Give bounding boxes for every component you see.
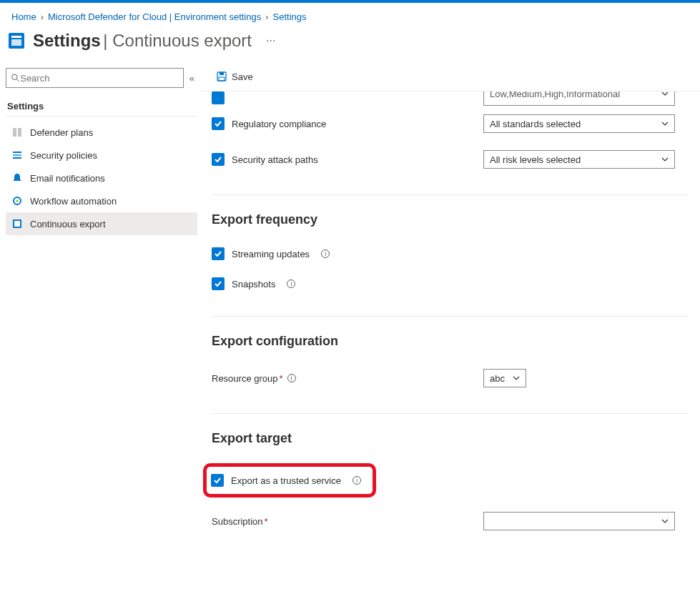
sidebar: « Settings Defender plans Security polic… bbox=[0, 62, 200, 556]
checkbox-attack-paths[interactable] bbox=[212, 153, 225, 166]
search-input[interactable] bbox=[20, 73, 179, 84]
svg-point-3 bbox=[12, 74, 17, 79]
trusted-service-label: Export as a trusted service bbox=[231, 475, 341, 486]
info-icon[interactable]: i bbox=[287, 279, 295, 288]
svg-rect-2 bbox=[11, 39, 21, 46]
more-actions-button[interactable]: ··· bbox=[266, 34, 275, 47]
gear-icon bbox=[11, 195, 23, 207]
chevron-down-icon bbox=[661, 122, 669, 126]
search-icon bbox=[11, 73, 20, 83]
regulatory-label: Regulatory compliance bbox=[232, 119, 326, 129]
divider bbox=[212, 194, 689, 195]
divider bbox=[212, 316, 689, 317]
breadcrumb-home[interactable]: Home bbox=[11, 11, 36, 22]
sidebar-item-label: Defender plans bbox=[30, 127, 93, 138]
resource-group-label: Resource group bbox=[212, 373, 278, 384]
svg-rect-1 bbox=[11, 36, 21, 38]
info-icon[interactable]: i bbox=[287, 374, 296, 382]
settings-blade-icon bbox=[7, 31, 26, 50]
chevron-down-icon bbox=[661, 519, 669, 523]
svg-line-4 bbox=[16, 79, 19, 81]
page-subtitle: | Continuous export bbox=[103, 31, 252, 50]
sidebar-item-workflow-automation[interactable]: Workflow automation bbox=[6, 189, 197, 212]
subscription-dropdown[interactable] bbox=[483, 512, 675, 530]
attack-paths-label: Security attack paths bbox=[232, 154, 318, 165]
save-label: Save bbox=[232, 71, 253, 82]
info-icon[interactable]: i bbox=[321, 249, 330, 258]
sidebar-section-label: Settings bbox=[6, 101, 197, 112]
svg-rect-16 bbox=[219, 77, 225, 81]
severity-dropdown[interactable]: Low,Medium,High,Informational bbox=[483, 91, 675, 106]
svg-rect-5 bbox=[13, 128, 16, 137]
sidebar-search[interactable] bbox=[6, 68, 184, 88]
resource-group-dropdown[interactable]: abc bbox=[483, 369, 526, 387]
svg-rect-13 bbox=[14, 221, 20, 227]
save-icon bbox=[216, 71, 227, 82]
chevron-down-icon bbox=[661, 91, 669, 96]
export-frequency-title: Export frequency bbox=[212, 212, 689, 227]
checkbox-trusted-service[interactable] bbox=[211, 474, 224, 487]
breadcrumb-settings[interactable]: Settings bbox=[273, 11, 307, 22]
chevron-right-icon: › bbox=[41, 11, 44, 22]
chevron-right-icon: › bbox=[265, 11, 268, 22]
svg-rect-6 bbox=[18, 128, 21, 137]
checkbox-streaming[interactable] bbox=[212, 247, 225, 260]
bell-icon bbox=[11, 172, 23, 184]
info-icon[interactable]: i bbox=[353, 476, 361, 485]
snapshots-label: Snapshots bbox=[232, 279, 275, 289]
breadcrumb-defender[interactable]: Microsoft Defender for Cloud | Environme… bbox=[48, 11, 261, 22]
sidebar-item-label: Security policies bbox=[30, 150, 97, 161]
export-config-title: Export configuration bbox=[212, 334, 689, 349]
subscription-label: Subscription bbox=[212, 516, 263, 527]
divider bbox=[212, 413, 689, 414]
sidebar-item-email-notifications[interactable]: Email notifications bbox=[6, 167, 197, 189]
checkbox-snapshots[interactable] bbox=[212, 277, 225, 290]
svg-rect-15 bbox=[220, 72, 224, 75]
divider bbox=[6, 116, 197, 117]
shield-icon bbox=[11, 127, 23, 138]
highlight-annotation: Export as a trusted service i bbox=[203, 463, 376, 498]
toolbar: Save bbox=[200, 62, 700, 91]
page-title: Settings bbox=[33, 31, 101, 50]
list-icon bbox=[11, 149, 23, 161]
checkbox-regulatory[interactable] bbox=[212, 117, 225, 130]
required-indicator: * bbox=[265, 516, 268, 527]
risk-levels-dropdown[interactable]: All risk levels selected bbox=[483, 150, 675, 169]
sidebar-item-security-policies[interactable]: Security policies bbox=[6, 144, 197, 167]
export-target-title: Export target bbox=[212, 431, 689, 446]
required-indicator: * bbox=[280, 373, 283, 384]
sidebar-item-label: Workflow automation bbox=[30, 196, 117, 207]
collapse-sidebar-button[interactable]: « bbox=[189, 73, 194, 84]
sidebar-item-continuous-export[interactable]: Continuous export bbox=[6, 212, 197, 235]
svg-point-11 bbox=[16, 200, 19, 202]
sidebar-item-label: Continuous export bbox=[30, 219, 106, 229]
save-button[interactable]: Save bbox=[212, 68, 257, 85]
breadcrumb: Home › Microsoft Defender for Cloud | En… bbox=[0, 3, 700, 28]
page-header: Settings | Continuous export ··· bbox=[0, 28, 700, 62]
sidebar-item-defender-plans[interactable]: Defender plans bbox=[6, 121, 197, 144]
export-icon bbox=[11, 218, 23, 229]
streaming-label: Streaming updates bbox=[232, 249, 310, 259]
chevron-down-icon bbox=[513, 376, 520, 380]
sidebar-item-label: Email notifications bbox=[30, 173, 105, 184]
chevron-down-icon bbox=[661, 157, 669, 162]
checkbox-partial[interactable] bbox=[212, 91, 225, 104]
main-content: Save y Low,Medium,High,Informational Reg… bbox=[200, 62, 700, 556]
standards-dropdown[interactable]: All standards selected bbox=[483, 114, 675, 133]
